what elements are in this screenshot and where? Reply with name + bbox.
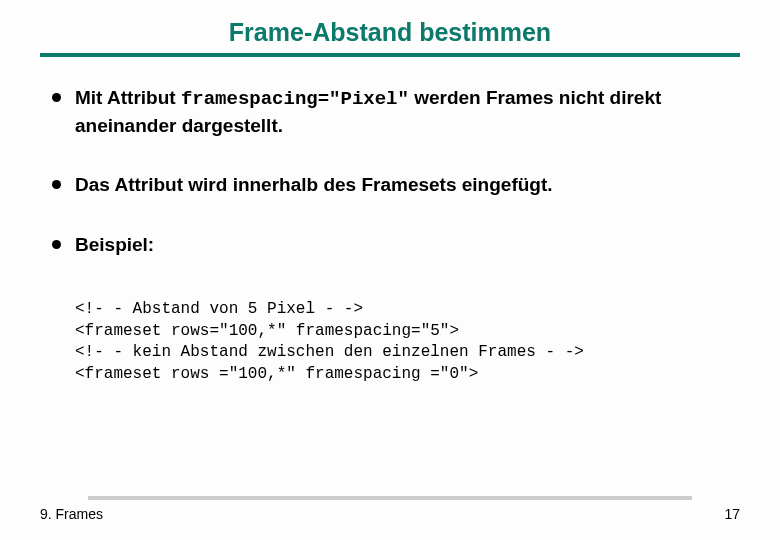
- bullet-text: Beispiel:: [75, 232, 154, 258]
- title-underline: [40, 53, 740, 57]
- bullet-icon: [52, 93, 61, 102]
- text-fragment: Mit Attribut: [75, 87, 181, 108]
- inline-code: framespacing="Pixel": [181, 88, 409, 110]
- bullet-text: Mit Attribut framespacing="Pixel" werden…: [75, 85, 740, 138]
- text-fragment: Das Attribut wird innerhalb des Frameset…: [75, 174, 553, 195]
- slide-title: Frame-Abstand bestimmen: [40, 18, 740, 53]
- bullet-icon: [52, 180, 61, 189]
- code-example: <!- - Abstand von 5 Pixel - -> <frameset…: [75, 278, 740, 386]
- text-fragment: Beispiel:: [75, 234, 154, 255]
- code-line: <frameset rows ="100,*" framespacing ="0…: [75, 365, 478, 383]
- bullet-icon: [52, 240, 61, 249]
- list-item: Mit Attribut framespacing="Pixel" werden…: [52, 85, 740, 138]
- footer-rule: [88, 496, 692, 500]
- page-number: 17: [724, 506, 740, 522]
- code-line: <!- - Abstand von 5 Pixel - ->: [75, 300, 363, 318]
- bullet-text: Das Attribut wird innerhalb des Frameset…: [75, 172, 553, 198]
- list-item: Das Attribut wird innerhalb des Frameset…: [52, 172, 740, 198]
- slide-footer: 9. Frames 17: [40, 496, 740, 522]
- code-line: <frameset rows="100,*" framespacing="5">: [75, 322, 459, 340]
- footer-section: 9. Frames: [40, 506, 103, 522]
- bullet-list: Mit Attribut framespacing="Pixel" werden…: [40, 85, 740, 258]
- code-line: <!- - kein Abstand zwischen den einzelne…: [75, 343, 584, 361]
- list-item: Beispiel:: [52, 232, 740, 258]
